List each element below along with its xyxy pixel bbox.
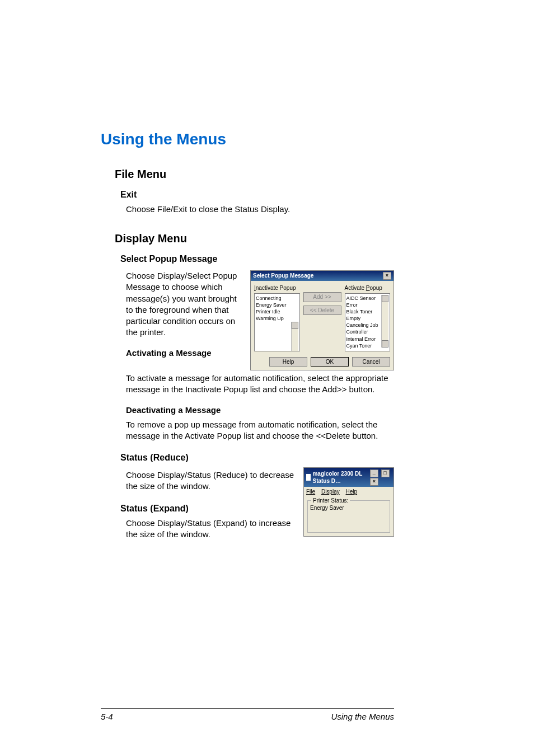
body-deactivating: To remove a pop up message from automati… (126, 419, 394, 442)
help-button[interactable]: Help (269, 357, 307, 367)
menu-display[interactable]: Display (321, 489, 340, 495)
body-status-expand: Choose Display/Status (Expand) to increa… (126, 518, 297, 541)
printer-status-group: Printer Status: Energy Saver (307, 500, 390, 533)
menu-help[interactable]: Help (345, 489, 357, 495)
select-popup-dialog: Select Popup Message × Inactivate Popup … (250, 270, 394, 370)
activate-listbox[interactable]: AIDC Sensor ErrorBlack Toner EmptyCancel… (345, 293, 391, 351)
status-dialog-title: magicolor 2300 DL Status D… (312, 470, 368, 485)
ok-button[interactable]: OK (311, 357, 349, 367)
close-icon[interactable]: × (383, 272, 391, 280)
heading-exit: Exit (120, 189, 394, 201)
heading-status-expand: Status (Expand) (120, 503, 297, 515)
body-exit: Choose File/Exit to close the Status Dis… (126, 204, 394, 215)
scrollbar[interactable] (381, 295, 388, 348)
heading-display-menu: Display Menu (115, 231, 394, 246)
printer-status-value: Energy Saver (310, 504, 387, 512)
footer-title: Using the Menus (331, 711, 394, 722)
heading-status-reduce: Status (Reduce) (120, 452, 394, 464)
list-item[interactable]: Warming Up (256, 315, 298, 322)
heading-file-menu: File Menu (115, 167, 394, 182)
scrollbar[interactable] (291, 322, 298, 351)
page-number: 5-4 (101, 711, 113, 722)
app-icon (306, 474, 311, 481)
close-icon[interactable]: × (370, 478, 378, 486)
printer-status-label: Printer Status: (311, 497, 350, 505)
dialog-title: Select Popup Message (253, 272, 313, 280)
page-title: Using the Menus (101, 129, 394, 150)
body-status-reduce: Choose Display/Status (Reduce) to decrea… (126, 469, 297, 492)
maximize-icon[interactable]: □ (381, 469, 390, 477)
minimize-icon[interactable]: _ (370, 469, 378, 477)
list-item[interactable]: Energy Saver (256, 302, 298, 308)
menu-file[interactable]: File (306, 489, 315, 495)
inactivate-listbox[interactable]: ConnectingEnergy SaverPrinter IdleWarmin… (254, 293, 300, 351)
list-item[interactable]: Printer Idle (256, 308, 298, 315)
inactivate-label: Inactivate Popup (254, 284, 300, 292)
status-reduced-dialog: magicolor 2300 DL Status D… _ □ × File D… (303, 467, 394, 537)
cancel-button[interactable]: Cancel (352, 357, 390, 367)
menubar[interactable]: File Display Help (304, 487, 394, 497)
heading-activating: Activating a Message (126, 348, 216, 359)
body-select-popup: Choose Display/Select Popup Message to c… (126, 270, 243, 339)
list-item[interactable]: Connecting (256, 295, 298, 302)
heading-select-popup: Select Popup Message (120, 253, 394, 265)
delete-button[interactable]: << Delete (303, 306, 341, 316)
add-button[interactable]: Add >> (303, 292, 341, 302)
body-activating: To activate a message for automatic noti… (126, 373, 394, 396)
activate-label: Activate Popup (345, 284, 391, 292)
heading-deactivating: Deactivating a Message (126, 405, 394, 416)
